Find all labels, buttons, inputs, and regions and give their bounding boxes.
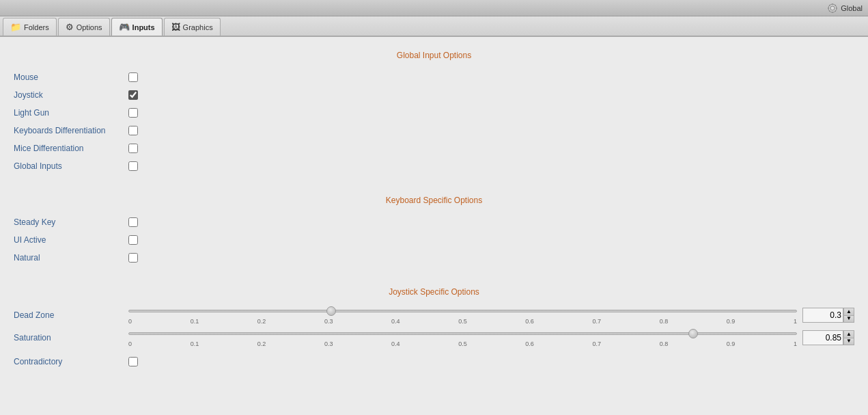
mouse-checkbox-wrap: [128, 72, 138, 82]
light-gun-label: Light Gun: [14, 108, 123, 118]
keyboards-diff-checkbox[interactable]: [128, 126, 138, 135]
graphics-icon: 🖼: [171, 22, 180, 32]
option-row-natural: Natural: [14, 249, 854, 267]
global-inputs-checkbox[interactable]: [128, 161, 138, 171]
gear-icon: [827, 3, 838, 14]
option-row-light-gun: Light Gun: [14, 104, 854, 122]
contradictory-checkbox-wrap: [128, 357, 138, 366]
dead-zone-row: Dead Zone 0 0.1 0.2 0.3 0.4 0.5 0.6 0.7 …: [14, 305, 854, 325]
saturation-label: Saturation: [14, 333, 123, 343]
global-label: Global: [841, 4, 863, 12]
global-input-options-header: Global Input Options: [0, 51, 868, 60]
joystick-label: Joystick: [14, 90, 123, 100]
dead-zone-value-input[interactable]: [802, 308, 843, 323]
tab-graphics-label: Graphics: [183, 23, 213, 31]
option-row-ui-active: UI Active: [14, 231, 854, 249]
saturation-slider[interactable]: [128, 327, 797, 340]
ui-active-checkbox-wrap: [128, 235, 138, 245]
dead-zone-label: Dead Zone: [14, 310, 123, 320]
keyboards-diff-label: Keyboards Differentiation: [14, 126, 123, 135]
joystick-checkbox[interactable]: [128, 90, 138, 100]
keyboard-specific-options-header: Keyboard Specific Options: [0, 196, 868, 205]
tab-inputs-label: Inputs: [132, 23, 155, 31]
option-row-steady-key: Steady Key: [14, 213, 854, 231]
option-row-joystick: Joystick: [14, 86, 854, 104]
tab-bar: 📁 Folders ⚙ Options 🎮 Inputs 🖼 Graphics: [0, 16, 868, 37]
dead-zone-ticks: 0 0.1 0.2 0.3 0.4 0.5 0.6 0.7 0.8 0.9 1: [128, 318, 797, 325]
tab-folders[interactable]: 📁 Folders: [3, 18, 57, 36]
tab-options[interactable]: ⚙ Options: [58, 18, 110, 36]
keyboard-specific-options-area: Steady Key UI Active Natural: [0, 213, 868, 267]
tab-graphics[interactable]: 🖼 Graphics: [164, 18, 221, 36]
mouse-label: Mouse: [14, 72, 123, 82]
mouse-checkbox[interactable]: [128, 72, 138, 82]
saturation-row: Saturation 0 0.1 0.2 0.3 0.4 0.5 0.6 0.7…: [14, 327, 854, 347]
tab-inputs[interactable]: 🎮 Inputs: [111, 18, 163, 36]
top-bar: Global: [0, 0, 868, 16]
tab-folders-label: Folders: [24, 23, 49, 31]
natural-label: Natural: [14, 253, 123, 263]
joystick-sliders-area: Dead Zone 0 0.1 0.2 0.3 0.4 0.5 0.6 0.7 …: [0, 305, 868, 371]
separator-2: [0, 267, 868, 280]
natural-checkbox[interactable]: [128, 253, 138, 263]
option-row-keyboards-diff: Keyboards Differentiation: [14, 122, 854, 139]
options-icon: ⚙: [66, 22, 74, 32]
dead-zone-up-button[interactable]: ▲: [843, 308, 854, 315]
steady-key-checkbox[interactable]: [128, 217, 138, 227]
contradictory-label: Contradictory: [14, 357, 123, 366]
mice-diff-checkbox-wrap: [128, 144, 138, 153]
light-gun-checkbox[interactable]: [128, 108, 138, 118]
saturation-ticks: 0 0.1 0.2 0.3 0.4 0.5 0.6 0.7 0.8 0.9 1: [128, 340, 797, 347]
separator-1: [0, 175, 868, 189]
dead-zone-spinner-buttons: ▲ ▼: [843, 308, 854, 323]
saturation-spinner-wrap: ▲ ▼: [802, 330, 854, 345]
dead-zone-slider-container: 0 0.1 0.2 0.3 0.4 0.5 0.6 0.7 0.8 0.9 1: [128, 305, 797, 325]
option-row-mouse: Mouse: [14, 68, 854, 86]
light-gun-checkbox-wrap: [128, 108, 138, 118]
keyboards-diff-checkbox-wrap: [128, 126, 138, 135]
steady-key-checkbox-wrap: [128, 217, 138, 227]
dead-zone-slider[interactable]: [128, 305, 797, 317]
tab-options-label: Options: [76, 23, 102, 31]
joystick-specific-options-header: Joystick Specific Options: [0, 287, 868, 297]
inputs-icon: 🎮: [119, 22, 130, 32]
global-button[interactable]: Global: [827, 3, 863, 14]
svg-point-1: [830, 6, 835, 10]
saturation-spinner-buttons: ▲ ▼: [843, 330, 854, 345]
option-row-global-inputs: Global Inputs: [14, 157, 854, 175]
ui-active-checkbox[interactable]: [128, 235, 138, 245]
saturation-slider-container: 0 0.1 0.2 0.3 0.4 0.5 0.6 0.7 0.8 0.9 1: [128, 327, 797, 347]
main-content: Global Input Options Mouse Joystick Ligh…: [0, 37, 868, 415]
option-row-contradictory: Contradictory: [14, 353, 854, 371]
dead-zone-down-button[interactable]: ▼: [843, 315, 854, 323]
option-row-mice-diff: Mice Differentiation: [14, 139, 854, 157]
global-input-options-area: Mouse Joystick Light Gun Keyboards Diffe…: [0, 68, 868, 175]
mice-diff-label: Mice Differentiation: [14, 144, 123, 153]
global-inputs-checkbox-wrap: [128, 161, 138, 171]
saturation-value-input[interactable]: [802, 330, 843, 345]
folders-icon: 📁: [10, 22, 21, 32]
natural-checkbox-wrap: [128, 253, 138, 263]
global-inputs-label: Global Inputs: [14, 161, 123, 171]
dead-zone-spinner-wrap: ▲ ▼: [802, 308, 854, 323]
ui-active-label: UI Active: [14, 235, 123, 245]
joystick-checkbox-wrap: [128, 90, 138, 100]
saturation-up-button[interactable]: ▲: [843, 330, 854, 338]
contradictory-checkbox[interactable]: [128, 357, 138, 366]
mice-diff-checkbox[interactable]: [128, 144, 138, 153]
steady-key-label: Steady Key: [14, 217, 123, 227]
saturation-down-button[interactable]: ▼: [843, 338, 854, 345]
